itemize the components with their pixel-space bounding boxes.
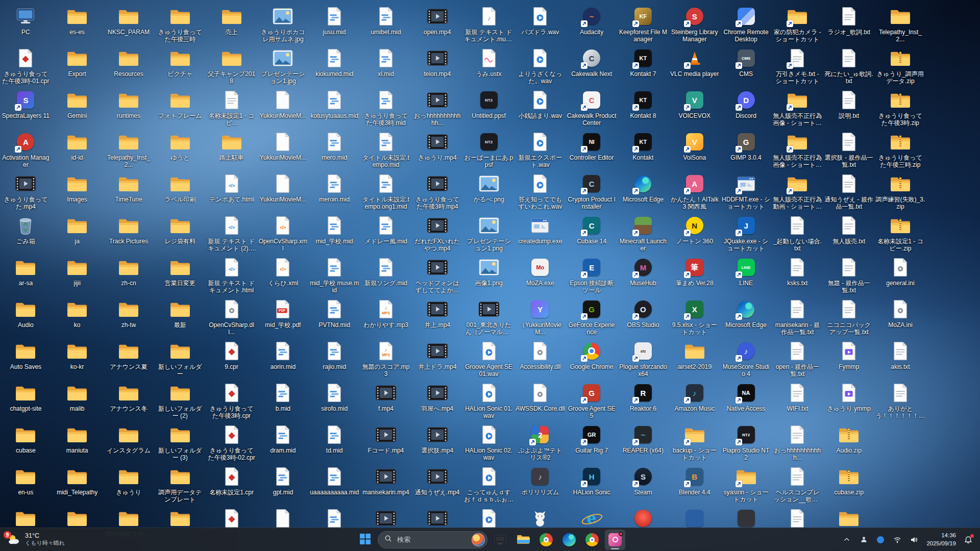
desktop-icon[interactable]: アナウンス冬 [103, 380, 155, 421]
desktop-icon[interactable]: manisekarin - 親作品一覧.txt [772, 296, 823, 338]
desktop-icon[interactable]: CCrypton Product Installer [566, 170, 618, 212]
desktop-icon[interactable]: 無人販売不正行為動画 - ショートカット [772, 170, 823, 212]
desktop-icon[interactable]: きゅうり食ってた.mp4 [0, 170, 52, 212]
desktop-icon[interactable]: 最新 [154, 296, 206, 338]
desktop-icon[interactable]: きゅうり食ってた午後3時-01.cpr [0, 45, 52, 87]
desktop-icon[interactable]: JJQuake.exe - ショートカット [720, 212, 772, 254]
desktop-icon[interactable]: umibet.mid [360, 3, 412, 45]
desktop-icon[interactable]: 井上ドラ.mp4 [411, 338, 463, 380]
desktop-icon[interactable]: gpt.mid [257, 463, 309, 505]
desktop-icon[interactable]: KTKontakt 7 [618, 45, 669, 87]
desktop-icon[interactable]: きゅうり食ってた午後3時.mid [360, 87, 412, 129]
desktop-icon[interactable]: おっhhhhhhhhhhh... [772, 421, 823, 463]
desktop-icon[interactable]: OOBS Studio [618, 296, 669, 338]
desktop-icon[interactable]: よりうざくなった。wav [514, 45, 566, 87]
desktop-icon[interactable]: open.mp4 [411, 3, 463, 45]
desktop-icon[interactable]: 2ぷよぷよ™テトリス®2 [514, 421, 566, 463]
desktop-icon[interactable]: きゅうり食ってた午後3時.cpr [206, 380, 257, 421]
desktop-icon[interactable]: タイトル未設定.tempo.ong1.mid [360, 170, 412, 212]
taskbar-app-pink-active[interactable] [605, 530, 625, 550]
desktop-icon[interactable]: 名称未設定1.cpr [206, 463, 257, 505]
volume-icon[interactable] [906, 532, 922, 548]
desktop-icon[interactable]: 新規ソング.mid [360, 254, 412, 296]
desktop-icon[interactable]: プレゼンテーション1.jpg [257, 45, 309, 87]
desktop-icon[interactable]: sirofo.mid [309, 380, 360, 421]
desktop-icon[interactable]: ♪MP3わかりやす.mp3 [360, 296, 412, 338]
desktop-icon[interactable]: uaaaaaaaaaa.mid [309, 463, 360, 505]
desktop-icon[interactable]: 名称未設定1 - コピ... [206, 87, 257, 129]
desktop-icon[interactable]: ニコニコバックアップ一覧.txt [823, 296, 875, 338]
desktop-icon[interactable]: CMSCMS [720, 45, 772, 87]
desktop-icon[interactable]: パズドラ.wav [514, 3, 566, 45]
desktop-icon[interactable]: ja [52, 212, 103, 254]
desktop-icon[interactable]: 羽屋へ.mp4 [411, 380, 463, 421]
desktop-icon[interactable]: TimeTune [103, 170, 155, 212]
desktop-icon[interactable]: ヘルスコンプレッション__歌詞.txt [772, 463, 823, 505]
desktop-icon[interactable]: AWSSDK.Core.dll [514, 380, 566, 421]
desktop-icon[interactable]: だれだFXいれたやつ.mp4 [411, 212, 463, 254]
taskbar-app-chrome[interactable] [536, 530, 556, 550]
desktop-icon[interactable]: EEpson 接続診断ツール [566, 254, 618, 296]
desktop-icon[interactable]: 説明.txt [823, 87, 875, 129]
desktop-icon[interactable]: Aかんたん！AITalk 3 関西風 [669, 170, 720, 212]
start-button[interactable] [355, 530, 375, 550]
desktop-icon[interactable]: HHALion Sonic [566, 463, 618, 505]
desktop-icon[interactable]: アナウンス夏 [103, 338, 155, 380]
desktop-icon[interactable]: OpenCvSharp.dll... [206, 296, 257, 338]
desktop-icon[interactable]: YukkuriMovieM... [257, 170, 309, 212]
desktop-icon[interactable]: 名称未設定1 - コピー.zip [875, 212, 926, 254]
desktop-icon[interactable]: レジ袋有料 [154, 212, 206, 254]
taskbar-app-edge[interactable] [559, 530, 579, 550]
desktop-icon[interactable]: aorin.mid [257, 338, 309, 380]
desktop-icon[interactable]: _起動しない場合.txt [772, 212, 823, 254]
desktop-icon[interactable]: 営業日変更 [154, 254, 206, 296]
desktop-icon[interactable]: 死にたい_ゅ歌詞.txt [823, 45, 875, 87]
desktop-icon[interactable]: HALion Sonic 01.wav [463, 380, 514, 421]
desktop-icon[interactable]: かるべ.png [463, 170, 514, 212]
desktop-icon[interactable]: PVTNd.mid [309, 296, 360, 338]
desktop-icon[interactable]: WIFI.txt [772, 380, 823, 421]
desktop-icon[interactable]: BBlender 4.4 [669, 463, 720, 505]
desktop-icon[interactable]: きゅうりポカコレ用サムネ.jpg [257, 3, 309, 45]
desktop-icon[interactable]: KTKontakt [618, 129, 669, 170]
desktop-icon[interactable]: ko [52, 296, 103, 338]
taskbar-app-file-explorer[interactable] [513, 530, 533, 550]
desktop-icon[interactable]: MoMoZA.exe [514, 254, 566, 296]
notification-bell-button[interactable] [961, 532, 976, 548]
tray-blue-app-icon[interactable] [873, 532, 888, 548]
desktop-icon[interactable]: malib [52, 380, 103, 421]
desktop-icon[interactable]: インスタグラム [103, 421, 155, 463]
desktop-icon[interactable]: きゅうり食ってた午後三時.zip [875, 129, 926, 170]
desktop-icon[interactable]: Audio [0, 296, 52, 338]
desktop-icon[interactable]: </>新規 テキスト ドキュメント (2).html [206, 212, 257, 254]
desktop-icon[interactable]: ♪Amazon Music [669, 380, 720, 421]
desktop-icon[interactable]: ~REAPER (x64) [618, 421, 669, 463]
desktop-icon[interactable]: KFKeepforest File Manager [618, 3, 669, 45]
desktop-icon[interactable]: kiokumed.mid [309, 45, 360, 87]
weather-widget[interactable]: 9 31°C くもり時々晴れ [0, 528, 72, 551]
desktop-icon[interactable]: airset2-2019 [669, 338, 720, 380]
desktop-icon[interactable]: 001_東北きりたん（ノーマル）_今じゃ... [463, 296, 514, 338]
desktop-icon[interactable]: Google Chrome [566, 338, 618, 380]
desktop-icon[interactable]: ♪MP3無題のスコア.mp3 [360, 338, 412, 380]
desktop-icon[interactable]: ゆうと [154, 129, 206, 170]
desktop-icon[interactable]: ♪MuseScore Studio 4 [720, 338, 772, 380]
desktop-icon[interactable]: 井上.mp4 [411, 296, 463, 338]
desktop-icon[interactable]: 通知うぜえ.mp4 [411, 463, 463, 505]
desktop-icon[interactable]: b.mid [257, 380, 309, 421]
desktop-icon[interactable]: きゅうり.ymmp [823, 380, 875, 421]
desktop-icon[interactable]: maniuta [52, 421, 103, 463]
desktop-icon[interactable]: VVOICEVOX [669, 87, 720, 129]
desktop-icon[interactable]: X9.5.xlsx - ショートカット [669, 296, 720, 338]
desktop-icon[interactable]: SSteinberg Library Manager [669, 3, 720, 45]
desktop-icon[interactable]: SSpectraLayers 11 [0, 87, 52, 129]
desktop-icon[interactable]: zh-cn [103, 254, 155, 296]
desktop-icon[interactable]: teion.mp4 [411, 45, 463, 87]
desktop-icon[interactable]: Audio.zip [823, 421, 875, 463]
desktop-icon[interactable]: LINELINE [720, 254, 772, 296]
desktop-icon[interactable]: ラジオ_歌詞.txt [823, 3, 875, 45]
desktop-icon[interactable]: NIController Editor [566, 129, 618, 170]
desktop-icon[interactable]: YukkuriMovieM... [257, 87, 309, 129]
desktop-icon[interactable]: chatgpt-site [0, 380, 52, 421]
desktop-icon[interactable]: Fコード.mp4 [360, 421, 412, 463]
